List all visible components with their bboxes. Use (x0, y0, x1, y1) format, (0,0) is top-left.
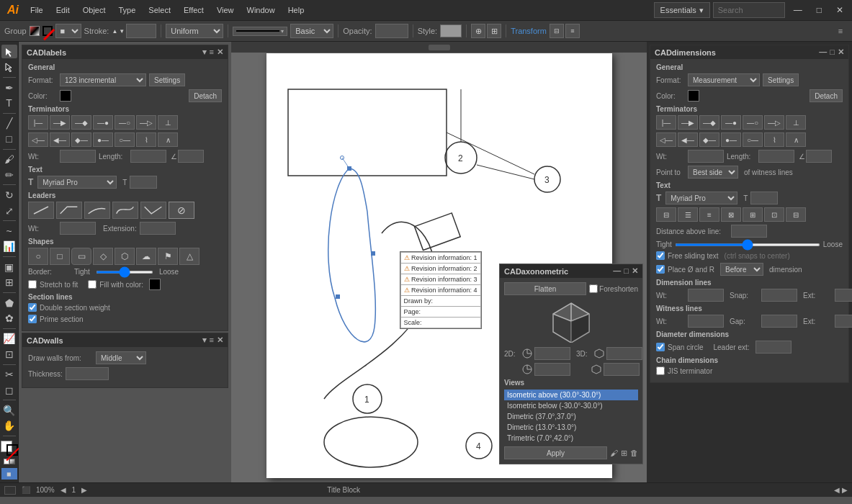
cadlabels-close-btn[interactable]: ✕ (217, 48, 223, 57)
pen-tool[interactable]: ✒ (1, 81, 17, 94)
cadlabels-collapse-btn[interactable]: ▾ (202, 48, 207, 57)
menu-edit[interactable]: Edit (50, 4, 76, 16)
caddimensions-header[interactable]: CADdimensions — □ ✕ (650, 45, 848, 59)
dim-format-select[interactable]: Measurement (688, 73, 760, 86)
fill-stroke-control[interactable] (1, 441, 18, 456)
font-select[interactable]: Myriad Pro (37, 176, 117, 189)
angle-input[interactable]: 17.5° (178, 150, 204, 163)
color-swatch[interactable] (60, 90, 71, 102)
caddimensions-collapse-btn[interactable]: — (819, 48, 827, 57)
maximize-button[interactable]: □ (811, 4, 828, 17)
dim-term-1[interactable]: |— (656, 115, 676, 130)
cadaxonometric-expand-btn[interactable]: □ (624, 266, 629, 276)
term-btn-10[interactable]: ◆— (71, 132, 91, 147)
term-btn-4[interactable]: —● (93, 115, 113, 130)
arrange-icon[interactable]: ≡ (833, 24, 848, 38)
thickness-input[interactable]: 0.250" (66, 367, 109, 380)
dim-term-3[interactable]: —◆ (699, 115, 719, 130)
opacity-input[interactable]: 100% (375, 24, 408, 38)
place-checkbox[interactable] (656, 265, 665, 274)
3d-val-2[interactable]: 35.264° (604, 363, 640, 376)
leader-ext-input[interactable]: 0.250" (755, 341, 792, 354)
pencil-tool[interactable]: ✏ (1, 168, 17, 181)
dim-len-input[interactable]: 0.125" (758, 150, 794, 163)
distance-input[interactable]: 0.063" (731, 225, 767, 238)
free-sliding-checkbox[interactable] (656, 251, 665, 260)
menu-window[interactable]: Window (241, 4, 281, 16)
dim-lines-wt-input[interactable]: 1.0 pt (688, 289, 724, 302)
column-graph-tool[interactable]: 📈 (1, 332, 17, 346)
screen-mode-icon[interactable]: ◼ (1, 468, 17, 480)
flatten-btn[interactable]: Flatten (504, 282, 586, 295)
wit-wt-input[interactable]: 1.0 pt (688, 315, 724, 328)
dim-align-1[interactable]: ⊟ (656, 207, 676, 222)
menu-file[interactable]: File (24, 4, 49, 16)
view-item-4[interactable]: Trimetric (7.0°,42.0°) (504, 433, 638, 444)
menu-view[interactable]: View (211, 4, 240, 16)
gradient-icon-small[interactable] (9, 459, 15, 464)
stroke-up-icon[interactable]: ▲ (112, 28, 117, 35)
view-item-0[interactable]: Isometric above (30.0°-30.0°) (504, 390, 638, 400)
caddimensions-close-btn[interactable]: ✕ (838, 48, 844, 57)
dim-term-9[interactable]: ◀— (678, 132, 698, 147)
snap-input[interactable]: 0.500" (761, 289, 797, 302)
transform-label[interactable]: Transform (511, 27, 547, 35)
dim-align-3[interactable]: ≡ (699, 207, 719, 222)
cadlabels-header[interactable]: CADlabels ▾ ≡ ✕ (22, 45, 228, 59)
dim-wt-input[interactable]: 1.0 pt (688, 150, 724, 163)
dim-font-select[interactable]: Myriad Pro (665, 192, 737, 204)
cadlabels-options-btn[interactable]: ≡ (210, 48, 214, 57)
menu-effect[interactable]: Effect (178, 4, 210, 16)
search-input[interactable] (713, 2, 785, 18)
leader-btn-1[interactable] (28, 202, 54, 219)
stretch-checkbox[interactable] (28, 280, 37, 289)
dim-term-6[interactable]: —▷ (764, 115, 784, 130)
menu-select[interactable]: Select (143, 4, 176, 16)
prime-section-checkbox[interactable] (28, 315, 37, 323)
shape-flag[interactable]: ⚑ (158, 248, 178, 265)
foreshorten-checkbox[interactable] (589, 284, 598, 293)
term-wt-input[interactable]: 1.0 pt (60, 150, 96, 163)
rotate-tool[interactable]: ↻ (1, 188, 17, 202)
cadwalls-collapse-btn[interactable]: ▾ (202, 336, 207, 345)
leader-btn-4[interactable] (112, 202, 138, 219)
view-item-3[interactable]: Dimetric (13.0°-13.0°) (504, 422, 638, 433)
zoom-tool[interactable]: 🔍 (1, 403, 17, 417)
dim-angle-input[interactable]: 17.5° (806, 150, 832, 163)
term-btn-2[interactable]: —▶ (50, 115, 70, 130)
type-tool[interactable]: T (1, 96, 17, 109)
eraser-tool[interactable]: ◻ (1, 383, 17, 397)
dim-term-7[interactable]: ⊥ (786, 115, 806, 130)
dim-align-7[interactable]: ⊟ (786, 207, 806, 222)
term-btn-6[interactable]: —▷ (136, 115, 156, 130)
view-item-1[interactable]: Isometric below (-30.0°-30.0°) (504, 400, 638, 411)
cadwalls-header[interactable]: CADwalls ▾ ≡ ✕ (22, 333, 228, 347)
dim-term-12[interactable]: ○— (743, 132, 763, 147)
term-btn-9[interactable]: ◀— (50, 132, 70, 147)
top-scroll-thumb[interactable] (429, 45, 450, 50)
stroke-down-icon[interactable]: ▼ (119, 28, 125, 35)
stroke-swatch[interactable] (42, 26, 53, 36)
graph-tool[interactable]: 📊 (1, 240, 17, 253)
width-select[interactable]: Uniform (166, 24, 223, 38)
dim-term-14[interactable]: ∧ (786, 132, 806, 147)
essentials-dropdown[interactable]: Essentials ▾ (654, 2, 710, 18)
cadaxonometric-close-btn[interactable]: ✕ (632, 266, 638, 276)
term-btn-5[interactable]: —○ (115, 115, 135, 130)
dim-size-input[interactable]: 12 pt (750, 192, 778, 204)
jis-checkbox[interactable] (656, 366, 665, 375)
dim-term-11[interactable]: ●— (721, 132, 741, 147)
leader-btn-3[interactable] (84, 202, 110, 219)
shape-hex[interactable]: ⬡ (115, 248, 135, 265)
direct-select-tool[interactable] (1, 60, 17, 73)
shape-circle[interactable]: ○ (28, 248, 48, 265)
menu-object[interactable]: Object (77, 4, 112, 16)
wit-ext-input[interactable]: 0.125" (835, 315, 852, 328)
symbol-tool[interactable]: ✿ (1, 311, 17, 325)
prev-page-btn[interactable]: ◀ (60, 486, 66, 494)
term-btn-1[interactable]: |— (28, 115, 48, 130)
rect-tool[interactable]: □ (1, 132, 17, 145)
2d-val-2[interactable]: 30.000° (534, 363, 570, 376)
dim-term-8[interactable]: ◁— (656, 132, 676, 147)
status-right-arrows[interactable]: ◀ ▶ (834, 486, 848, 494)
